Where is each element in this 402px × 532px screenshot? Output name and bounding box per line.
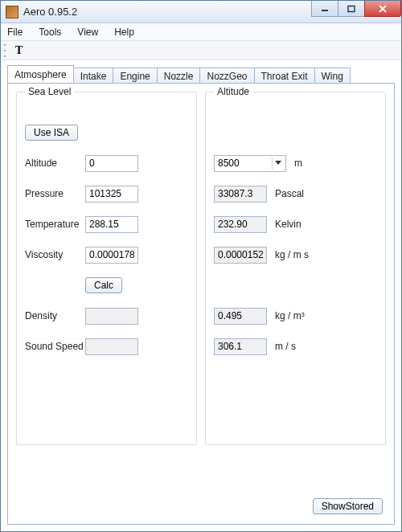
menubar: File Tools View Help — [1, 23, 401, 41]
group-altitude: Altitude 8500 m 33087.3 Pascal — [205, 92, 386, 445]
unit-viscosity: kg / m s — [275, 249, 309, 260]
tab-engine[interactable]: Engine — [113, 68, 157, 84]
menu-tools[interactable]: Tools — [39, 27, 61, 38]
app-icon — [6, 6, 18, 18]
chevron-down-icon — [272, 158, 284, 170]
tab-nozzgeo[interactable]: NozzGeo — [200, 68, 254, 84]
combo-altitude-value: 8500 — [218, 158, 240, 169]
unit-sound-speed: m / s — [275, 341, 296, 352]
minimize-button[interactable] — [311, 1, 338, 17]
label-pressure: Pressure — [25, 188, 85, 199]
combo-altitude[interactable]: 8500 — [214, 155, 286, 172]
output-alt-density: 0.495 — [214, 308, 267, 325]
menu-help[interactable]: Help — [114, 27, 134, 38]
app-window: Aero 0.95.2 File Tools View Help T Atmos… — [0, 0, 402, 532]
label-density: Density — [25, 310, 85, 321]
output-sl-density — [85, 308, 138, 325]
window-title: Aero 0.95.2 — [23, 6, 312, 18]
group-sea-level-legend: Sea Level — [25, 86, 74, 97]
output-alt-temperature: 232.90 — [214, 216, 267, 233]
menu-file[interactable]: File — [7, 27, 23, 38]
label-viscosity: Viscosity — [25, 249, 85, 260]
window-buttons — [312, 1, 401, 23]
label-sound-speed: Sound Speed — [25, 341, 85, 352]
calc-button[interactable]: Calc — [85, 277, 122, 293]
toolbar-grip-icon — [4, 44, 9, 57]
tabstrip: Atmosphere Intake Engine Nozzle NozzGeo … — [7, 65, 395, 83]
use-isa-button[interactable]: Use ISA — [25, 125, 78, 141]
unit-density: kg / m³ — [275, 310, 305, 321]
group-altitude-legend: Altitude — [214, 86, 252, 97]
input-sl-pressure[interactable] — [85, 186, 138, 203]
tab-wing[interactable]: Wing — [315, 68, 351, 84]
svg-rect-1 — [348, 6, 355, 11]
unit-altitude: m — [294, 158, 302, 169]
menu-view[interactable]: View — [77, 27, 98, 38]
input-sl-temperature[interactable] — [85, 216, 138, 233]
tab-intake[interactable]: Intake — [74, 68, 114, 84]
group-sea-level: Sea Level Use ISA Altitude Pressure Temp… — [16, 92, 197, 445]
tab-nozzle[interactable]: Nozzle — [158, 68, 201, 84]
output-sl-sound-speed — [85, 338, 138, 355]
tab-atmosphere[interactable]: Atmosphere — [7, 65, 74, 83]
tabpanel-atmosphere: Sea Level Use ISA Altitude Pressure Temp… — [7, 83, 395, 525]
svg-marker-4 — [275, 161, 281, 165]
unit-temperature: Kelvin — [275, 219, 302, 230]
unit-pressure: Pascal — [275, 188, 304, 199]
maximize-button[interactable] — [338, 1, 365, 17]
input-sl-altitude[interactable] — [85, 155, 138, 172]
bold-t-icon[interactable]: T — [12, 44, 26, 57]
input-sl-viscosity[interactable] — [85, 247, 138, 264]
output-alt-pressure: 33087.3 — [214, 186, 267, 203]
label-altitude: Altitude — [25, 158, 85, 169]
output-alt-viscosity: 0.0000152 — [214, 247, 267, 264]
label-temperature: Temperature — [25, 219, 85, 230]
show-stored-button[interactable]: ShowStored — [313, 498, 383, 514]
output-alt-sound-speed: 306.1 — [214, 338, 267, 355]
toolbar: T — [1, 41, 401, 60]
close-button[interactable] — [364, 1, 401, 17]
client-area: Atmosphere Intake Engine Nozzle NozzGeo … — [1, 60, 401, 531]
titlebar[interactable]: Aero 0.95.2 — [1, 1, 401, 23]
tab-throat-exit[interactable]: Throat Exit — [255, 68, 315, 84]
